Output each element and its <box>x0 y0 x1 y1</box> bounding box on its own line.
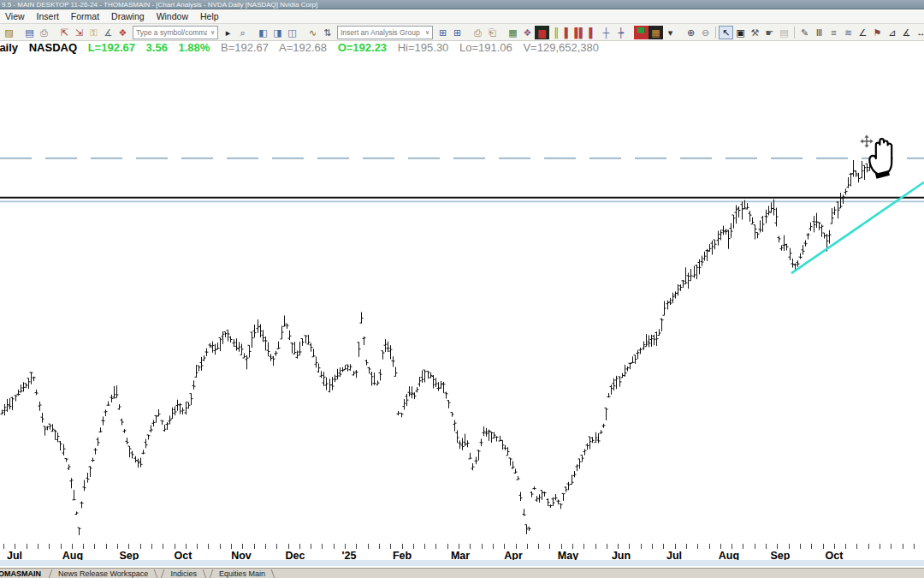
x-axis-label-Sep: Sep <box>771 550 791 560</box>
title-bar[interactable]: 9.5 - MAIN DESKTOP 11-26-24 - THOMASMAIN… <box>0 0 924 9</box>
zoom-out-icon[interactable]: ⊖ <box>698 26 713 39</box>
price-chart-svg[interactable]: JulAugSepOctNovDec'25FebMarAprMayJunJulA… <box>0 55 924 560</box>
candle-pair-icon[interactable]: ▌▐ <box>564 26 578 39</box>
menu-help[interactable]: Help <box>200 11 219 21</box>
layout-left-icon[interactable]: ◧ <box>256 26 270 39</box>
bid-value: B=192.67 <box>221 41 269 54</box>
workspace-tab-equities-main[interactable]: Equities Main <box>209 569 275 578</box>
price-bars-tool-icon[interactable]: Ⅲ <box>812 26 826 39</box>
x-axis-label-Feb: Feb <box>393 550 412 560</box>
analysis-group-select-text: Insert an Analysis Group <box>341 28 420 37</box>
menu-drawing[interactable]: Drawing <box>111 11 145 21</box>
calendar-icon[interactable]: ▦ <box>506 26 520 39</box>
candle-pair-alt-icon[interactable]: ▌▐ <box>578 26 593 39</box>
horizontal-lines-tool-icon[interactable]: ≡ <box>826 26 841 39</box>
x-axis-label-Aug: Aug <box>719 550 739 560</box>
chart-plot-area[interactable]: JulAugSepOctNovDec'25FebMarAprMayJunJulA… <box>0 55 924 560</box>
dropdown-caret-icon[interactable]: ▾ <box>663 26 678 39</box>
save-disabled-icon[interactable]: ▤ <box>777 26 791 39</box>
toolbar: ▨▤⎙⇱⇲⚿∡❖Type a symbol/command∨▸⌕◧◨◫∿⇅Ins… <box>0 24 924 41</box>
timeframe-label: Daily <box>0 41 18 54</box>
exchange-label: NASDAQ <box>29 41 77 54</box>
workspace-tab-indicies[interactable]: Indicies <box>160 569 207 578</box>
workspace-tab-news-release-workspace[interactable]: News Release Workspace <box>48 569 158 578</box>
percent-change-value: 1.88% <box>179 41 210 54</box>
layout-right-icon[interactable]: ◨ <box>270 26 285 39</box>
symbol-command-input-text: Type a symbol/command <box>136 28 207 37</box>
x-axis-label-Jun: Jun <box>612 550 631 560</box>
x-axis-label-Jul: Jul <box>666 550 682 560</box>
x-axis-label-Dec: Dec <box>286 550 305 560</box>
zigzag-icon[interactable]: ∿ <box>305 26 320 39</box>
protractor-icon[interactable]: ∡ <box>101 26 116 39</box>
x-axis-label-25: '25 <box>342 550 357 560</box>
analysis-group-select[interactable]: Insert an Analysis Group∨ <box>337 26 433 39</box>
print-chart-icon[interactable]: ⎙ <box>471 26 485 39</box>
dropdown-arrow-icon[interactable]: ∨ <box>210 29 215 36</box>
x-axis-label-Mar: Mar <box>451 550 470 560</box>
lock-icon[interactable]: ⚿ <box>86 26 101 39</box>
pointer-tool-icon[interactable]: ↖ <box>719 26 733 39</box>
palette-icon[interactable]: ❖ <box>116 26 130 39</box>
x-axis-label-Oct: Oct <box>826 550 844 560</box>
menu-bar: ViewInsertFormatDrawingWindowHelp <box>0 9 924 24</box>
import-chart-icon[interactable]: ⇱ <box>57 26 72 39</box>
menu-insert[interactable]: Insert <box>37 11 59 21</box>
page-flip-icon[interactable]: ⎗ <box>485 26 500 39</box>
export-chart-icon[interactable]: ⇲ <box>72 26 86 39</box>
window-title: 9.5 - MAIN DESKTOP 11-26-24 - THOMASMAIN… <box>2 1 317 9</box>
hand-tool-icon[interactable]: ☛ <box>762 26 777 39</box>
menu-view[interactable]: View <box>5 11 25 21</box>
bar-settings-tool-icon[interactable]: ┾ <box>613 26 628 39</box>
toolbar-separator <box>794 27 795 39</box>
dropdown-arrow-icon[interactable]: ∨ <box>425 29 429 36</box>
pencil-tool-icon[interactable]: ✎ <box>797 26 812 39</box>
open-folder-icon[interactable]: ▨ <box>2 26 16 39</box>
flag-tool-icon[interactable]: ⚑ <box>870 26 885 39</box>
chart-analysis-window: 9.5 - MAIN DESKTOP 11-26-24 - THOMASMAIN… <box>0 0 924 578</box>
menu-format[interactable]: Format <box>71 11 99 21</box>
x-axis-label-Apr: Apr <box>504 550 523 560</box>
ask-value: A=192.68 <box>279 41 327 54</box>
dark-candle-style-icon[interactable]: ▆ <box>535 26 549 39</box>
report-icon[interactable]: ❖ <box>520 26 535 39</box>
ohlc-bar-style-icon[interactable]: ║ <box>549 26 564 39</box>
watchlist-grid-alt-icon[interactable]: ⊞ <box>450 26 465 39</box>
low-value: Lo=191.06 <box>459 41 512 54</box>
ohlc-price-bars <box>1 160 872 535</box>
net-change-value: 3.56 <box>146 41 168 54</box>
volume-value: V=129,652,380 <box>523 41 599 54</box>
workspace-tabs: News Release WorkspaceIndiciesEquities M… <box>48 569 277 578</box>
x-axis-label-Oct: Oct <box>175 550 193 560</box>
sort-icon[interactable]: ⇅ <box>320 26 335 39</box>
green-red-stack-icon[interactable]: ▀ <box>634 26 649 39</box>
watchlist-grid-icon[interactable]: ⊞ <box>435 26 450 39</box>
x-axis-label-Nov: Nov <box>231 550 252 560</box>
print-icon[interactable]: ⎙ <box>37 26 51 39</box>
angle-measure-tool-icon[interactable]: ∡ <box>899 26 914 39</box>
save-workspace-icon[interactable]: ▤ <box>22 26 37 39</box>
quote-bar: Daily NASDAQ L=192.67 3.56 1.88% B=192.6… <box>0 41 924 55</box>
tools-icon[interactable]: ⚒ <box>748 26 762 39</box>
triangle-tool-icon[interactable]: ⊿ <box>885 26 899 39</box>
chart-finder-icon[interactable]: ⌕ <box>235 26 250 39</box>
bar-plus-tool-icon[interactable]: ┼ <box>599 26 613 39</box>
menu-window[interactable]: Window <box>157 11 188 21</box>
annotation-box-icon[interactable]: ▣ <box>733 26 748 39</box>
symbol-command-input[interactable]: Type a symbol/command∨ <box>133 26 218 39</box>
layout-split-icon[interactable]: ◫ <box>285 26 299 39</box>
last-price-value: L=192.67 <box>88 41 135 54</box>
play-button-icon[interactable]: ▸ <box>221 26 235 39</box>
open-value: O=192.23 <box>338 41 387 54</box>
color-grid-icon[interactable]: ▦ <box>649 26 663 39</box>
zoom-in-icon[interactable]: ⊕ <box>684 26 698 39</box>
wave-tool-icon[interactable]: ≋ <box>841 26 856 39</box>
trendline-angle-tool-icon[interactable]: ∠ <box>856 26 870 39</box>
rising-support-trendline <box>791 182 924 273</box>
horizontal-extend-tool-icon[interactable]: ↔ <box>914 26 924 39</box>
axis-strip <box>0 560 924 566</box>
x-axis-label-May: May <box>558 550 578 560</box>
workspace-tab-bar: THOMASMAIN News Release WorkspaceIndicie… <box>0 568 924 578</box>
x-axis-label-Sep: Sep <box>120 550 139 560</box>
toolbar-separator <box>715 27 716 39</box>
